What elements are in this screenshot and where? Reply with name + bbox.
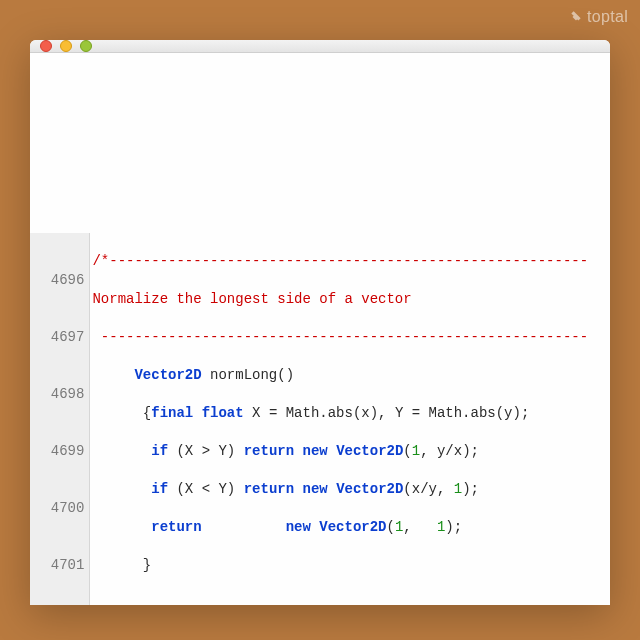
keyword-token: return xyxy=(244,443,294,459)
line-number: 4699 xyxy=(34,442,84,461)
line-number: 4701 xyxy=(34,556,84,575)
code-line: Normalize the longest side of a vector xyxy=(92,290,588,309)
code-line: } xyxy=(92,556,588,575)
number-token: 1 xyxy=(412,443,420,459)
editor-window: 4696 4697 4698 4699 4700 4701 4702 4703 … xyxy=(30,40,610,605)
type-token: Vector2D xyxy=(134,367,201,383)
number-token: 1 xyxy=(454,481,462,497)
keyword-token: float xyxy=(202,405,244,421)
brand-name: toptal xyxy=(587,8,628,26)
toptal-icon xyxy=(569,10,583,24)
type-token: Vector2D xyxy=(319,519,386,535)
type-token: Vector2D xyxy=(336,481,403,497)
comment: Normalize the longest side of a vector xyxy=(92,291,411,307)
keyword-token: if xyxy=(151,481,168,497)
code-line: return new Vector2D(1, 1); xyxy=(92,518,588,537)
keyword-token: new xyxy=(303,481,328,497)
code-editor[interactable]: 4696 4697 4698 4699 4700 4701 4702 4703 … xyxy=(30,53,610,605)
keyword-token: return xyxy=(244,481,294,497)
minimize-icon[interactable] xyxy=(60,40,72,52)
keyword-token: if xyxy=(151,443,168,459)
brand-logo: toptal xyxy=(569,8,628,26)
comment: ----------------------------------------… xyxy=(92,329,588,345)
close-icon[interactable] xyxy=(40,40,52,52)
window-titlebar xyxy=(30,40,610,53)
code-content[interactable]: /*--------------------------------------… xyxy=(90,233,588,605)
line-number: 4698 xyxy=(34,385,84,404)
comment: /*--------------------------------------… xyxy=(92,253,588,269)
type-token: Vector2D xyxy=(336,443,403,459)
code-line: if (X < Y) return new Vector2D(x/y, 1); xyxy=(92,480,588,499)
line-number: 4696 xyxy=(34,271,84,290)
zoom-icon[interactable] xyxy=(80,40,92,52)
keyword-token: new xyxy=(286,519,311,535)
line-number-gutter: 4696 4697 4698 4699 4700 4701 4702 4703 … xyxy=(30,233,90,605)
code-line: if (X > Y) return new Vector2D(1, y/x); xyxy=(92,442,588,461)
code-line: /*--------------------------------------… xyxy=(92,252,588,271)
code-line: Vector2D normLong() xyxy=(92,366,588,385)
code-line: ----------------------------------------… xyxy=(92,328,588,347)
keyword-token: new xyxy=(303,443,328,459)
line-number: 4697 xyxy=(34,328,84,347)
code-line: {final float X = Math.abs(x), Y = Math.a… xyxy=(92,404,588,423)
line-number: 4700 xyxy=(34,499,84,518)
keyword-token: final xyxy=(151,405,193,421)
keyword-token: return xyxy=(151,519,201,535)
